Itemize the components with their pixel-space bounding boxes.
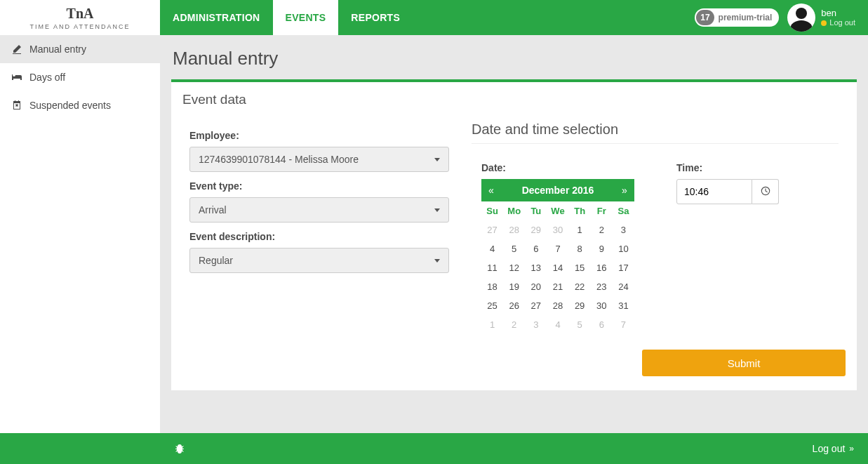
calendar-day[interactable]: 6	[591, 315, 613, 334]
calendar: « December 2016 » Su Mo	[481, 179, 634, 334]
event-type-label: Event type:	[189, 180, 449, 192]
event-type-select-value: Arrival	[199, 204, 227, 216]
calendar-next-button[interactable]: »	[615, 185, 634, 196]
sidebar-item-manual-entry[interactable]: Manual entry	[0, 35, 160, 63]
bug-icon[interactable]	[174, 442, 185, 456]
footer: Log out »	[0, 433, 868, 464]
calendar-dow: Tu	[525, 201, 547, 220]
avatar[interactable]	[787, 4, 815, 32]
chevron-down-icon	[434, 208, 440, 212]
calendar-day[interactable]: 22	[569, 277, 591, 296]
calendar-day[interactable]: 15	[569, 258, 591, 277]
footer-logout-link[interactable]: Log out »	[813, 443, 854, 454]
event-type-select[interactable]: Arrival	[189, 197, 449, 223]
sidebar-item-suspended-events[interactable]: Suspended events	[0, 91, 160, 119]
calendar-day[interactable]: 31	[613, 296, 634, 315]
calendar-day[interactable]: 23	[591, 277, 613, 296]
time-label: Time:	[676, 162, 779, 173]
calendar-day[interactable]: 6	[525, 239, 547, 258]
calendar-week-row: 27282930123	[481, 220, 634, 239]
user-block: ben Log out	[787, 0, 868, 35]
calendar-day[interactable]: 3	[613, 220, 634, 239]
employee-select[interactable]: 1274639901078144 - Melissa Moore	[189, 147, 449, 172]
time-picker-button[interactable]	[752, 179, 779, 204]
calendar-day[interactable]: 28	[503, 220, 525, 239]
footer-logout-label: Log out	[813, 443, 846, 454]
calendar-x-icon	[11, 100, 22, 111]
sidebar-item-days-off[interactable]: Days off	[0, 63, 160, 91]
calendar-day[interactable]: 29	[525, 220, 547, 239]
calendar-dow: Mo	[503, 201, 525, 220]
main-nav: ADMINISTRATION EVENTS REPORTS	[160, 0, 413, 35]
calendar-day[interactable]: 16	[591, 258, 613, 277]
calendar-day[interactable]: 1	[481, 315, 503, 334]
calendar-day[interactable]: 11	[481, 258, 503, 277]
employee-label: Employee:	[189, 130, 449, 141]
calendar-day[interactable]: 1	[569, 220, 591, 239]
divider	[472, 143, 839, 144]
trial-badge[interactable]: 17 premium-trial	[695, 8, 779, 27]
status-dot-icon	[821, 20, 827, 26]
card-title: Event data	[171, 82, 857, 114]
calendar-prev-button[interactable]: «	[481, 185, 501, 196]
datetime-column: Date and time selection Date: « December…	[472, 121, 846, 334]
topbar: TnA TIME AND ATTENDANCE ADMINISTRATION E…	[0, 0, 868, 35]
calendar-day[interactable]: 18	[481, 277, 503, 296]
calendar-dow: Sa	[613, 201, 634, 220]
sidebar: Manual entry Days off Suspended events	[0, 35, 160, 433]
brand-logo[interactable]: TnA TIME AND ATTENDANCE	[0, 0, 160, 35]
form-column: Employee: 1274639901078144 - Melissa Moo…	[189, 121, 449, 334]
calendar-day[interactable]: 27	[525, 296, 547, 315]
calendar-day[interactable]: 19	[503, 277, 525, 296]
calendar-day[interactable]: 7	[613, 315, 634, 334]
calendar-day[interactable]: 5	[569, 315, 591, 334]
event-data-card: Event data Employee: 1274639901078144 - …	[171, 79, 857, 390]
calendar-day[interactable]: 28	[547, 296, 568, 315]
chevron-down-icon	[434, 259, 440, 263]
submit-button[interactable]: Submit	[642, 350, 846, 376]
calendar-day[interactable]: 14	[547, 258, 568, 277]
calendar-day[interactable]: 5	[503, 239, 525, 258]
calendar-day[interactable]: 10	[613, 239, 634, 258]
calendar-day[interactable]: 12	[503, 258, 525, 277]
calendar-week-row: 1234567	[481, 315, 634, 334]
nav-events[interactable]: EVENTS	[273, 0, 339, 35]
calendar-day[interactable]: 30	[547, 220, 568, 239]
calendar-day[interactable]: 30	[591, 296, 613, 315]
calendar-day[interactable]: 26	[503, 296, 525, 315]
calendar-day[interactable]: 25	[481, 296, 503, 315]
employee-select-value: 1274639901078144 - Melissa Moore	[199, 154, 359, 165]
calendar-day[interactable]: 9	[591, 239, 613, 258]
topbar-logout-link[interactable]: Log out	[829, 18, 855, 27]
trial-badge-count: 17	[696, 10, 714, 25]
calendar-day[interactable]: 4	[481, 239, 503, 258]
calendar-dow: Th	[569, 201, 591, 220]
calendar-day[interactable]: 7	[547, 239, 568, 258]
time-input[interactable]	[676, 179, 752, 204]
calendar-day[interactable]: 27	[481, 220, 503, 239]
event-description-select[interactable]: Regular	[189, 248, 449, 273]
date-label: Date:	[481, 162, 634, 173]
calendar-day[interactable]: 20	[525, 277, 547, 296]
calendar-week-row: 18192021222324	[481, 277, 634, 296]
event-description-select-value: Regular	[199, 255, 233, 266]
main-content: Manual entry Event data Employee: 127463…	[160, 35, 868, 433]
calendar-dow-row: Su Mo Tu We Th Fr Sa	[481, 201, 634, 220]
calendar-day[interactable]: 13	[525, 258, 547, 277]
calendar-day[interactable]: 4	[547, 315, 568, 334]
calendar-day[interactable]: 2	[591, 220, 613, 239]
calendar-day[interactable]: 29	[569, 296, 591, 315]
calendar-day[interactable]: 21	[547, 277, 568, 296]
calendar-day[interactable]: 8	[569, 239, 591, 258]
datetime-heading: Date and time selection	[472, 121, 839, 138]
brand-logo-text: TnA	[67, 6, 94, 22]
calendar-day[interactable]: 24	[613, 277, 634, 296]
calendar-day[interactable]: 2	[503, 315, 525, 334]
calendar-title[interactable]: December 2016	[501, 185, 615, 196]
nav-administration[interactable]: ADMINISTRATION	[160, 0, 273, 35]
clock-icon	[761, 186, 770, 198]
chevron-down-icon	[434, 158, 440, 161]
nav-reports[interactable]: REPORTS	[338, 0, 413, 35]
calendar-day[interactable]: 3	[525, 315, 547, 334]
calendar-day[interactable]: 17	[613, 258, 634, 277]
